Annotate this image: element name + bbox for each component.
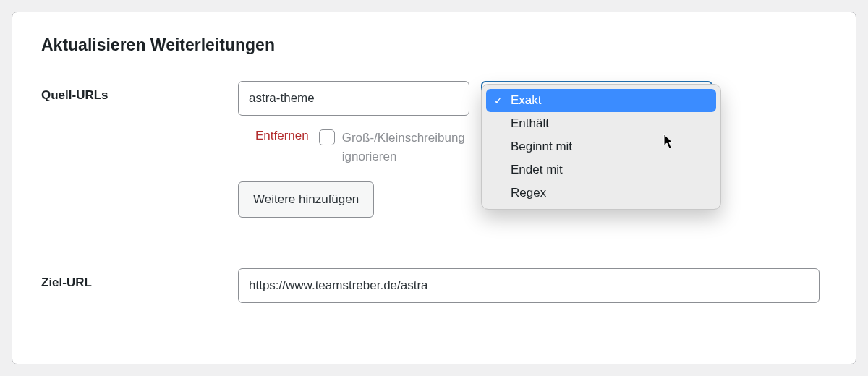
dropdown-option-contains[interactable]: Enthält	[486, 112, 716, 135]
source-urls-label: Quell-URLs	[41, 81, 238, 103]
target-controls	[238, 268, 827, 303]
dropdown-option-label: Beginnt mit	[511, 140, 572, 154]
source-url-input[interactable]	[238, 81, 469, 116]
match-type-dropdown: Exakt Enthält Beginnt mit Endet mit Rege…	[481, 84, 721, 210]
source-urls-row: Quell-URLs Exakt Enthält Beginnt mit	[41, 81, 827, 218]
dropdown-option-label: Enthält	[511, 116, 549, 131]
target-url-label: Ziel-URL	[41, 268, 238, 290]
target-url-row: Ziel-URL	[41, 268, 827, 303]
dropdown-option-label: Endet mit	[511, 163, 563, 177]
remove-link[interactable]: Entfernen	[255, 129, 309, 143]
ignore-case-wrap: Groß-/Kleinschreibung ignorieren	[319, 129, 494, 166]
dropdown-option-starts-with[interactable]: Beginnt mit	[486, 135, 716, 158]
ignore-case-checkbox[interactable]	[319, 129, 335, 145]
check-icon	[493, 95, 503, 106]
settings-card: Aktualisieren Weiterleitungen Quell-URLs…	[12, 12, 856, 364]
dropdown-option-ends-with[interactable]: Endet mit	[486, 158, 716, 181]
dropdown-option-regex[interactable]: Regex	[486, 181, 716, 205]
ignore-case-label: Groß-/Kleinschreibung ignorieren	[342, 129, 494, 166]
dropdown-option-exact[interactable]: Exakt	[486, 89, 716, 112]
target-url-input[interactable]	[238, 268, 820, 303]
dropdown-option-label: Exakt	[511, 93, 542, 108]
source-controls: Exakt Enthält Beginnt mit Endet mit Rege…	[238, 81, 827, 218]
dropdown-option-label: Regex	[511, 186, 546, 200]
page-title: Aktualisieren Weiterleitungen	[41, 35, 827, 55]
add-more-button[interactable]: Weitere hinzufügen	[238, 181, 374, 218]
